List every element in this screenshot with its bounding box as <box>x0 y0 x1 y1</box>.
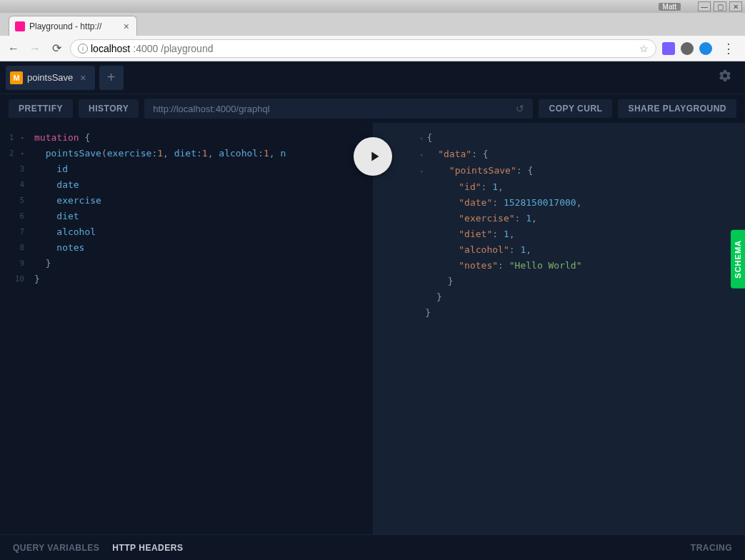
playground-tab[interactable]: M pointsSave × <box>6 66 95 90</box>
history-button[interactable]: HISTORY <box>79 99 139 118</box>
share-playground-button[interactable]: SHARE PLAYGROUND <box>618 99 736 118</box>
address-bar[interactable]: i localhost:4000/playground ☆ <box>70 39 656 58</box>
browser-menu-icon[interactable]: ⋮ <box>718 41 739 56</box>
tab-close-icon[interactable]: × <box>80 72 86 84</box>
bookmark-star-icon[interactable]: ☆ <box>639 43 649 54</box>
browser-tabstrip: Playground - http:// × <box>0 13 745 36</box>
browser-tab[interactable]: Playground - http:// × <box>9 16 137 36</box>
browser-toolbar: ← → ⟳ i localhost:4000/playground ☆ ⋮ <box>0 36 745 61</box>
copy-curl-button[interactable]: COPY CURL <box>539 99 612 118</box>
settings-gear-icon[interactable] <box>711 69 739 86</box>
schema-tab[interactable]: SCHEMA <box>731 230 745 289</box>
new-tab-button[interactable]: + <box>99 66 124 90</box>
back-button[interactable]: ← <box>6 41 21 56</box>
extension-icon[interactable] <box>699 42 712 55</box>
tab-badge: M <box>10 71 23 84</box>
query-editor[interactable]: 1 ▾ 2 ▾ 3 4 5 6 7 8 9 10 mutation { poin… <box>0 123 373 534</box>
line-gutter: 1 ▾ 2 ▾ 3 4 5 6 7 8 9 10 <box>0 130 29 287</box>
endpoint-reload-icon[interactable]: ↺ <box>516 103 524 114</box>
endpoint-input[interactable]: http://localhost:4000/graphql ↺ <box>144 99 533 119</box>
extension-icon[interactable] <box>662 42 675 55</box>
url-path: /playground <box>161 43 213 54</box>
playground-bottom-bar: QUERY VARIABLES HTTP HEADERS TRACING <box>0 534 745 560</box>
playground-main: 1 ▾ 2 ▾ 3 4 5 6 7 8 9 10 mutation { poin… <box>0 123 745 534</box>
forward-button[interactable]: → <box>27 41 43 56</box>
http-headers-tab[interactable]: HTTP HEADERS <box>112 543 183 553</box>
browser-tab-title: Playground - http:// <box>29 21 101 31</box>
query-code[interactable]: mutation { pointsSave(exercise:1, diet:1… <box>34 130 373 287</box>
result-pane[interactable]: ▾{ ▾ "data": { ▾ "pointsSave": { "id": 1… <box>373 123 746 534</box>
site-info-icon[interactable]: i <box>78 44 88 54</box>
os-titlebar: Matt — ▢ ✕ <box>0 0 745 13</box>
minimize-button[interactable]: — <box>698 1 711 11</box>
maximize-button[interactable]: ▢ <box>714 1 726 11</box>
tab-close-icon[interactable]: × <box>124 21 129 32</box>
endpoint-text: http://localhost:4000/graphql <box>153 104 269 114</box>
extension-icon[interactable] <box>681 42 694 55</box>
favicon-icon <box>15 21 25 31</box>
os-user-badge: Matt <box>659 3 681 11</box>
reload-button[interactable]: ⟳ <box>49 41 64 56</box>
playground-toolbar: PRETTIFY HISTORY http://localhost:4000/g… <box>0 94 745 123</box>
playground-app: M pointsSave × + PRETTIFY HISTORY http:/… <box>0 61 745 560</box>
query-variables-tab[interactable]: QUERY VARIABLES <box>13 543 99 553</box>
url-host: localhost <box>91 43 130 54</box>
url-port: :4000 <box>133 43 158 54</box>
prettify-button[interactable]: PRETTIFY <box>9 99 73 118</box>
execute-button[interactable] <box>354 137 392 176</box>
tab-name: pointsSave <box>27 72 73 83</box>
result-code: ▾{ ▾ "data": { ▾ "pointsSave": { "id": 1… <box>420 130 746 321</box>
close-window-button[interactable]: ✕ <box>729 1 742 11</box>
playground-tabs: M pointsSave × + <box>0 61 745 94</box>
tracing-tab[interactable]: TRACING <box>691 543 732 553</box>
